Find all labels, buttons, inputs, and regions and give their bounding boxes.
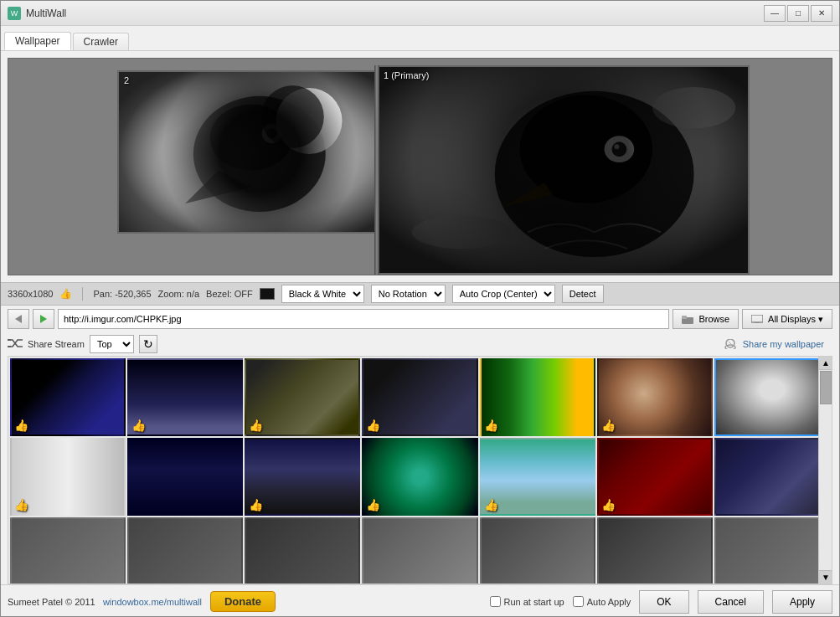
thumb-like-icon[interactable]: 👍 (249, 498, 263, 512)
refresh-button[interactable]: ↻ (139, 335, 157, 353)
tab-crawler[interactable]: Crawler (73, 33, 129, 50)
thumbnail-item[interactable] (362, 517, 477, 584)
svg-rect-0 (119, 72, 375, 232)
monitor-2[interactable]: 2 (117, 70, 377, 234)
thumbnail-item[interactable]: 👍 (480, 358, 595, 436)
thumb-like-icon[interactable]: 👍 (601, 419, 616, 432)
thumbnail-item[interactable]: 👍 (362, 358, 477, 436)
thumbnail-item[interactable]: 👍 (10, 358, 126, 436)
url-input[interactable] (58, 309, 669, 329)
thumbnail-item[interactable]: 👍 (597, 438, 713, 516)
svg-point-14 (611, 141, 626, 157)
auto-apply-checkbox[interactable] (573, 596, 584, 607)
ok-button[interactable]: OK (639, 590, 688, 614)
svg-point-10 (495, 91, 694, 257)
run-at-startup-label[interactable]: Run at start up (490, 596, 564, 607)
monitor-container: 2 (8, 59, 832, 275)
thumb-like-icon[interactable]: 👍 (14, 419, 28, 432)
thumbnail-item[interactable] (127, 438, 243, 516)
nav-forward-button[interactable] (33, 309, 54, 329)
thumbnail-item[interactable] (245, 517, 360, 584)
thumb-like-icon[interactable]: 👍 (14, 498, 28, 512)
thumbnail-item[interactable] (714, 358, 830, 436)
crop-dropdown[interactable]: Auto Crop (Center) Stretch Fit Tile (452, 285, 555, 303)
monitor-1-label: 1 (Primary) (384, 70, 429, 80)
scroll-up-button[interactable]: ▲ (819, 357, 832, 370)
thumbnail-item[interactable]: 👍 (10, 438, 126, 516)
tab-wallpaper[interactable]: Wallpaper (4, 32, 71, 50)
thumbnail-item[interactable] (10, 517, 126, 584)
thumbnail-item[interactable] (714, 517, 830, 584)
zoom-text: Zoom: n/a (158, 289, 200, 299)
share-wallpaper-button[interactable]: Share my wallpaper (715, 335, 832, 353)
thumb-like-icon[interactable]: 👍 (484, 498, 498, 512)
bw-filter-dropdown[interactable]: Black & White Normal Greyscale (281, 285, 364, 303)
scroll-down-button[interactable]: ▼ (819, 570, 832, 584)
svg-point-5 (267, 128, 277, 138)
detect-button[interactable]: Detect (562, 285, 604, 303)
titlebar-controls: — □ ✕ (764, 5, 832, 22)
run-at-startup-checkbox[interactable] (490, 596, 501, 607)
thumbnail-item[interactable] (714, 438, 830, 516)
thumb-like-icon[interactable]: 👍 (366, 498, 380, 512)
titlebar-left: W MultiWall (8, 7, 66, 20)
rotation-dropdown[interactable]: No Rotation 90° 180° 270° (371, 285, 446, 303)
website-link[interactable]: windowbox.me/multiwall (103, 597, 202, 607)
titlebar: W MultiWall — □ ✕ (1, 1, 839, 26)
auto-apply-label[interactable]: Auto Apply (573, 596, 631, 607)
donate-button[interactable]: Donate (210, 591, 276, 612)
svg-rect-22 (751, 315, 763, 322)
shuffle-icon[interactable] (8, 337, 23, 352)
thumbnail-item[interactable]: 👍 (362, 438, 477, 516)
bezel-divider (374, 65, 379, 275)
cancel-button[interactable]: Cancel (698, 590, 764, 614)
monitor-1[interactable]: 1 (Primary) (377, 65, 750, 275)
share-stream-label: Share Stream (28, 339, 85, 349)
thumb-like-icon[interactable]: 👍 (484, 419, 498, 432)
svg-point-6 (276, 88, 343, 154)
bezel-color-picker[interactable] (260, 288, 275, 300)
svg-point-15 (614, 144, 619, 149)
svg-marker-12 (503, 183, 553, 208)
svg-marker-3 (185, 171, 251, 203)
eagle-bw-image (119, 72, 375, 232)
svg-point-11 (519, 95, 652, 203)
svg-rect-8 (379, 67, 748, 273)
scroll-thumb[interactable] (820, 371, 832, 404)
maximize-button[interactable]: □ (787, 5, 809, 22)
thumbnail-item[interactable] (127, 517, 243, 584)
bezel-text: Bezel: OFF (206, 289, 253, 299)
scroll-track (819, 370, 832, 570)
scrollbar[interactable]: ▲ ▼ (818, 357, 832, 584)
thumb-like-icon[interactable]: 👍 (366, 419, 380, 432)
thumb-like-icon[interactable]: 👍 (131, 419, 146, 432)
resolution-text: 3360x1080 (8, 289, 53, 299)
thumbnail-grid: 👍👍👍👍👍👍👍👍👍👍👍 (8, 357, 832, 584)
preview-area: 2 (8, 58, 832, 275)
thumbnail-item[interactable]: 👍 (127, 358, 243, 436)
all-displays-button[interactable]: All Displays ▾ (742, 309, 832, 329)
thumbnail-item[interactable] (597, 517, 713, 584)
like-icon[interactable]: 👍 (59, 288, 72, 300)
svg-point-2 (210, 105, 293, 171)
minimize-button[interactable]: — (764, 5, 786, 22)
svg-point-17 (412, 216, 512, 249)
thumbnail-item[interactable]: 👍 (245, 438, 360, 516)
thumbnail-item[interactable]: 👍 (480, 438, 595, 516)
thumbnail-item[interactable]: 👍 (245, 358, 360, 436)
thumbnail-grid-container: 👍👍👍👍👍👍👍👍👍👍👍 ▲ ▼ (8, 356, 832, 584)
thumb-like-icon[interactable]: 👍 (249, 419, 263, 432)
svg-rect-23 (755, 322, 759, 323)
browse-button[interactable]: Browse (673, 309, 739, 329)
close-button[interactable]: ✕ (811, 5, 832, 22)
urlbar-area: Browse All Displays ▾ (1, 306, 839, 332)
sort-dropdown[interactable]: Top New Hot (90, 335, 134, 353)
thumbnail-item[interactable] (480, 517, 595, 584)
apply-button[interactable]: Apply (772, 590, 832, 614)
thumbnail-item[interactable]: 👍 (597, 358, 713, 436)
nav-back-button[interactable] (8, 309, 29, 329)
svg-point-1 (193, 96, 326, 212)
thumb-like-icon[interactable]: 👍 (601, 498, 616, 512)
bottom-bar: Sumeet Patel © 2011 windowbox.me/multiwa… (1, 584, 839, 617)
main-content: 2 (1, 51, 839, 617)
